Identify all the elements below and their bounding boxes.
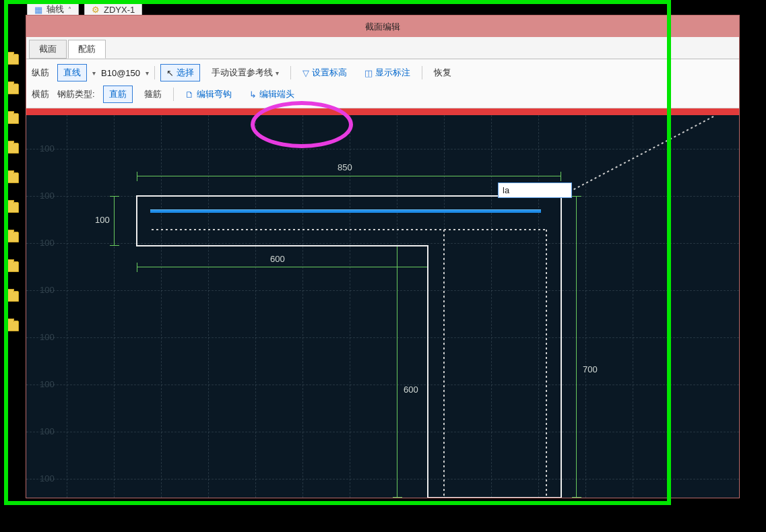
dialog-titlebar[interactable]: 截面编辑 [26,15,739,37]
grid-ruler-label: 100 [40,238,55,248]
rebar-type-label: 钢筋类型: [57,88,95,100]
stirrup-label: 箍筋 [144,88,162,100]
grid-ruler-label: 100 [40,143,55,154]
drawing-canvas[interactable]: 100 100 100 100 100 100 100 100 850 100 … [26,115,739,498]
tab-section-label: 截面 [39,44,57,54]
folder-icon[interactable] [5,172,19,183]
caret-up-icon: ˄ [68,6,71,13]
folder-icon[interactable] [5,54,19,65]
dropdown-caret-icon[interactable]: ▾ [146,69,149,77]
dimension-600h-label: 600 [269,254,286,264]
grid-ruler-label: 100 [40,285,55,295]
rebar-length-input[interactable] [498,182,572,198]
set-elevation-label: 设置标高 [312,67,347,79]
dimension-icon: ◫ [364,68,373,78]
select-label: 选择 [177,67,194,79]
toolbar-row-2: 横筋 钢筋类型: 直筋 箍筋 🗋 编辑弯钩 ↳ 编辑端头 [30,84,735,105]
straight-rebar-label: 直筋 [109,88,127,100]
tab-rebar[interactable]: 配筋 [68,40,106,59]
select-button[interactable]: ↖ 选择 [160,64,200,81]
left-folder-strip [5,54,22,350]
show-dimension-button[interactable]: ◫ 显示标注 [358,64,416,81]
folder-icon[interactable] [5,113,19,124]
bg-tab-zdyx-label: ZDYX-1 [104,5,135,15]
dimension-700-label: 700 [581,364,599,374]
edit-hook-button[interactable]: 🗋 编辑弯钩 [179,86,238,103]
folder-icon[interactable] [5,143,19,154]
folder-icon[interactable] [5,84,19,94]
edit-hook-label: 编辑弯钩 [197,88,232,100]
canvas-red-divider [26,108,739,115]
dimension-600v [397,246,397,498]
folder-icon[interactable] [5,261,19,272]
separator [173,88,174,101]
row1-label: 纵筋 [32,67,49,79]
elevation-icon: ▽ [302,68,309,78]
grid-ruler-label: 100 [40,473,55,484]
canvas-container: 100 100 100 100 100 100 100 100 850 100 … [26,108,739,498]
dimension-600h [137,267,428,267]
set-elevation-button[interactable]: ▽ 设置标高 [296,64,353,81]
edit-end-button[interactable]: ↳ 编辑端头 [243,86,300,103]
dialog-tab-strip: 截面 配筋 [26,37,739,59]
arrow-end-icon: ↳ [249,90,257,100]
manual-refline-button[interactable]: 手动设置参考线 ▾ [205,64,285,81]
gear-icon: ⚙ [92,5,100,15]
separator [290,66,291,79]
edit-end-label: 编辑端头 [259,88,294,100]
dimension-700 [576,196,577,498]
dropdown-caret-icon: ▾ [276,69,279,77]
grid-ruler-label: 100 [40,191,55,201]
grid-ruler-label: 100 [40,379,55,389]
bg-tab-axis-label: 轴线 [46,3,64,15]
stirrup-button[interactable]: 箍筋 [138,86,168,103]
dimension-100-label: 100 [94,215,111,225]
show-dimension-label: 显示标注 [375,67,410,79]
restore-label: 恢复 [434,67,451,79]
dropdown-caret-icon[interactable]: ▾ [92,69,96,77]
dimension-600v-label: 600 [402,385,420,395]
document-icon: 🗋 [185,90,194,100]
rebar-toolbar: 纵筋 直线 ▾ B10@150 ▾ ↖ 选择 手动设置参考线 ▾ ▽ 设置标高 … [26,59,739,108]
section-editor-dialog: 截面编辑 截面 配筋 纵筋 直线 ▾ B10@150 ▾ ↖ 选择 手动设置参考… [26,15,740,498]
manual-refline-label: 手动设置参考线 [212,67,273,79]
dimension-100 [114,196,115,246]
folder-icon[interactable] [5,232,19,242]
rebar-line[interactable] [150,209,541,213]
dimension-850-label: 850 [336,162,354,172]
line-type-button[interactable]: 直线 [57,64,87,81]
rebar-spec-display[interactable]: B10@150 [101,68,140,78]
separator [422,66,422,79]
tab-section[interactable]: 截面 [29,40,67,59]
toolbar-row-1: 纵筋 直线 ▾ B10@150 ▾ ↖ 选择 手动设置参考线 ▾ ▽ 设置标高 … [30,62,735,84]
row2-label: 横筋 [32,88,49,100]
restore-button[interactable]: 恢复 [428,64,457,81]
folder-icon[interactable] [5,321,19,331]
folder-icon[interactable] [5,291,19,302]
grid-icon: ▦ [34,5,42,15]
pointer-icon: ↖ [166,68,174,78]
line-type-label: 直线 [63,67,81,79]
tab-rebar-label: 配筋 [78,44,96,54]
grid-ruler-label: 100 [40,426,55,436]
dialog-title: 截面编辑 [365,22,400,32]
grid-ruler-label: 100 [40,332,55,342]
separator [154,66,155,79]
dimension-850 [137,176,561,176]
folder-icon[interactable] [5,202,19,213]
straight-rebar-button[interactable]: 直筋 [103,86,133,103]
